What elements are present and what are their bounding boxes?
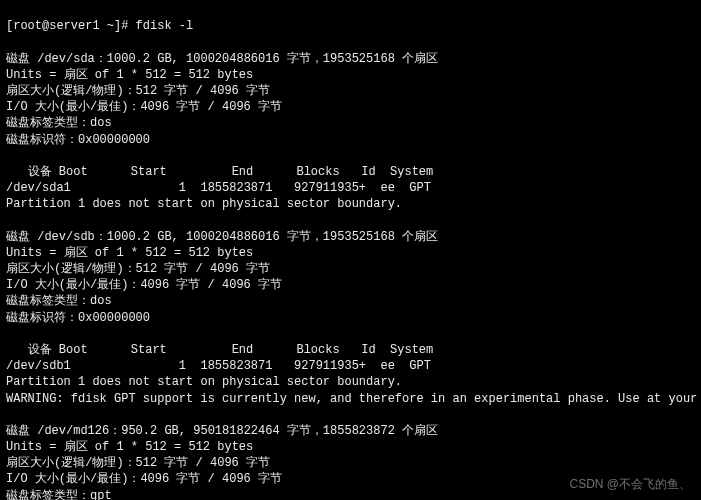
shell-prompt: [root@server1 ~]# fdisk -l — [6, 19, 193, 33]
disk-md126-header: 磁盘 /dev/md126：950.2 GB, 950181822464 字节，… — [6, 424, 438, 438]
disk-md126-sector: 扇区大小(逻辑/物理)：512 字节 / 4096 字节 — [6, 456, 270, 470]
disk-md126-units: Units = 扇区 of 1 * 512 = 512 bytes — [6, 440, 253, 454]
disk-sdb-units: Units = 扇区 of 1 * 512 = 512 bytes — [6, 246, 253, 260]
partition-warning: Partition 1 does not start on physical s… — [6, 197, 402, 211]
disk-sda-label: 磁盘标签类型：dos — [6, 116, 112, 130]
disk-sdb-ident: 磁盘标识符：0x00000000 — [6, 311, 150, 325]
disk-sda-sector: 扇区大小(逻辑/物理)：512 字节 / 4096 字节 — [6, 84, 270, 98]
disk-md126-label: 磁盘标签类型：gpt — [6, 489, 112, 500]
disk-md126-io: I/O 大小(最小/最佳)：4096 字节 / 4096 字节 — [6, 472, 282, 486]
partition-row-sda1: /dev/sda1 1 1855823871 927911935+ ee GPT — [6, 181, 431, 195]
disk-sda-header: 磁盘 /dev/sda：1000.2 GB, 1000204886016 字节，… — [6, 52, 438, 66]
disk-sda-io: I/O 大小(最小/最佳)：4096 字节 / 4096 字节 — [6, 100, 282, 114]
disk-sdb-header: 磁盘 /dev/sdb：1000.2 GB, 1000204886016 字节，… — [6, 230, 438, 244]
partition-table-header: 设备 Boot Start End Blocks Id System — [6, 165, 433, 179]
gpt-warning: WARNING: fdisk GPT support is currently … — [6, 392, 701, 406]
disk-sdb-label: 磁盘标签类型：dos — [6, 294, 112, 308]
disk-sdb-io: I/O 大小(最小/最佳)：4096 字节 / 4096 字节 — [6, 278, 282, 292]
terminal-output: [root@server1 ~]# fdisk -l 磁盘 /dev/sda：1… — [0, 0, 701, 500]
disk-sda-ident: 磁盘标识符：0x00000000 — [6, 133, 150, 147]
partition-warning: Partition 1 does not start on physical s… — [6, 375, 402, 389]
partition-table-header: 设备 Boot Start End Blocks Id System — [6, 343, 433, 357]
disk-sda-units: Units = 扇区 of 1 * 512 = 512 bytes — [6, 68, 253, 82]
disk-sdb-sector: 扇区大小(逻辑/物理)：512 字节 / 4096 字节 — [6, 262, 270, 276]
csdn-watermark: CSDN @不会飞的鱼、 — [569, 476, 691, 492]
partition-row-sdb1: /dev/sdb1 1 1855823871 927911935+ ee GPT — [6, 359, 431, 373]
